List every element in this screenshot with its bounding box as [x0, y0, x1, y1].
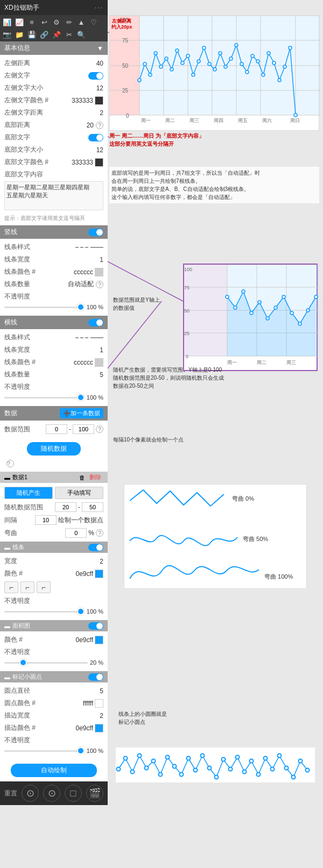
bottom-text-content-input[interactable]: 星期一星期二星期三星期四星期 五星期六星期天 [4, 181, 103, 210]
gridlines-count-help[interactable]: ? [96, 281, 103, 288]
data1-trash-icon[interactable]: 🗑 [79, 474, 85, 481]
more-icon[interactable]: ··· [95, 4, 103, 11]
app-header: XD拉锯助手 ··· [0, 0, 108, 15]
random-data-button[interactable]: 随机数据 [27, 442, 81, 456]
hlines-header[interactable]: 横线 [0, 316, 108, 329]
toolbar-undo[interactable]: ↩ [38, 16, 50, 28]
bottom-frame-btn[interactable]: □ [65, 785, 82, 802]
svg-text:周二: 周二 [257, 360, 266, 365]
top-chart: 0 25 50 75 100 周一 周二 周三 周四 周五 周六 周日 [109, 15, 319, 131]
toolbar-link[interactable]: 🔗 [38, 29, 50, 40]
data1-bend-help[interactable]: ? [96, 529, 103, 537]
gridlines-slider-row: 100 % [4, 302, 103, 312]
bottom-text-toggle[interactable] [88, 134, 103, 141]
line-opacity-slider[interactable] [4, 611, 85, 613]
svg-point-84 [298, 322, 301, 325]
random-data-help[interactable]: ? [6, 460, 14, 467]
hlines-opacity-slider[interactable] [4, 397, 85, 399]
bottom-text-color-swatch[interactable] [95, 158, 103, 167]
solid-style-option[interactable] [90, 247, 103, 248]
line-color-swatch[interactable] [95, 570, 103, 578]
toolbar-settings[interactable]: ⚙ [51, 16, 62, 28]
left-text-toggle[interactable] [88, 72, 103, 80]
svg-point-31 [165, 57, 168, 60]
toolbar-pin[interactable]: 📌 [51, 29, 62, 40]
data1-manual-tab[interactable]: 手动填写 [55, 487, 103, 499]
gridlines-opacity-slider[interactable] [4, 307, 85, 308]
fill-label: 面积图 [12, 622, 30, 630]
cap-round-icon[interactable]: ⌐ [20, 581, 34, 593]
svg-point-50 [267, 52, 270, 55]
marker-radius-value: 5 [100, 687, 103, 695]
data-range-max[interactable] [73, 424, 94, 434]
fill-color-swatch[interactable] [95, 636, 103, 644]
data1-tabs: 随机产生 手动填写 [4, 485, 103, 501]
add-data-button[interactable]: ➕加一条数据 [60, 408, 103, 418]
svg-point-86 [314, 295, 318, 298]
left-text-size-label: 左侧文字大小 [4, 83, 43, 93]
svg-text:周五: 周五 [238, 118, 248, 123]
bottom-distance-label: 底部距离 [4, 120, 30, 130]
data1-bend-input[interactable] [65, 528, 87, 538]
data-range-min[interactable] [46, 424, 67, 434]
gridlines-color-swatch[interactable] [95, 268, 103, 276]
data1-body: 随机产生 手动填写 随机数据范围 - 间隔 绘制一个数据点 弯曲 [0, 483, 108, 542]
fill-toggle[interactable] [88, 622, 103, 630]
data1-interval-input[interactable] [35, 515, 57, 525]
fill-opacity-row: 不透明度 20 % [4, 646, 103, 669]
toolbar-scissors[interactable]: ✂ [63, 29, 75, 40]
reset-label[interactable]: 重置 [4, 789, 17, 798]
toolbar-triangle[interactable]: ▲ [75, 16, 87, 28]
left-text-size-row: 左侧文字大小 12 [4, 82, 103, 94]
marker-color-swatch[interactable] [95, 699, 103, 708]
data1-random-tab[interactable]: 随机产生 [4, 487, 53, 499]
toolbar-search[interactable]: 🔍 [75, 29, 87, 40]
hlines-solid-option[interactable] [90, 337, 103, 338]
cap-square-icon[interactable]: ⌐ [37, 581, 51, 593]
bottom-record-btn[interactable]: ⊙ [22, 785, 39, 802]
data-range-help[interactable]: ? [96, 425, 103, 433]
bottom-play-btn[interactable]: ⊙ [43, 785, 60, 802]
hlines-color-swatch[interactable] [95, 358, 103, 367]
hlines-color-label: 线条颜色 # [4, 358, 36, 367]
svg-point-93 [138, 754, 142, 758]
toolbar-edit[interactable]: ✏ [63, 16, 75, 28]
fill-opacity-slider[interactable] [4, 662, 88, 664]
toolbar-folder[interactable]: 📁 [13, 29, 25, 40]
hlines-toggle[interactable] [88, 319, 103, 326]
svg-text:75: 75 [184, 285, 189, 290]
auto-draw-button[interactable]: 自动绘制 [11, 764, 97, 777]
toolbar-camera[interactable]: 📷 [1, 29, 13, 40]
bottom-distance-help[interactable]: ? [96, 122, 103, 129]
left-text-size-value: 12 [96, 84, 103, 92]
basic-info-header[interactable]: 基本信息 ▼ [0, 41, 108, 55]
toolbar-heart[interactable]: ♡ [88, 16, 100, 28]
gridlines-header[interactable]: 竖线 [0, 225, 108, 239]
marker-toggle[interactable] [88, 673, 103, 681]
left-text-color-swatch[interactable] [95, 96, 103, 105]
data1-random-max[interactable] [82, 502, 103, 512]
svg-text:周三: 周三 [286, 360, 296, 365]
marker-opacity-slider[interactable] [4, 750, 85, 752]
gridlines-style-options [75, 247, 103, 248]
toolbar-line[interactable]: 📈 [13, 16, 25, 28]
data-range-row: 数据范围 - ? [4, 423, 103, 436]
svg-point-112 [271, 767, 275, 771]
data1-random-min[interactable] [55, 502, 76, 512]
marker-stroke-color-row: 描边颜色 # 0e9cff [4, 722, 103, 734]
hlines-dash-option[interactable] [75, 337, 88, 338]
dash-style-option[interactable] [75, 247, 88, 248]
gridlines-toggle[interactable] [88, 229, 103, 236]
line-toggle[interactable] [88, 544, 103, 551]
data1-bend-label: 弯曲 [4, 529, 17, 538]
marker-color-label: 圆点颜色 # [4, 699, 36, 708]
toolbar-list[interactable]: ≡ [26, 16, 38, 28]
bottom-video-btn[interactable]: 🎬 [86, 785, 103, 802]
hlines-style-row: 线条样式 [4, 331, 103, 344]
data1-delete-button[interactable]: 删除 [87, 473, 103, 481]
toolbar-chart[interactable]: 📊 [1, 16, 13, 28]
marker-stroke-color-swatch[interactable] [95, 724, 103, 732]
cap-flat-icon[interactable]: ⌐ [4, 581, 18, 593]
toolbar-save[interactable]: 💾 [26, 29, 38, 40]
svg-point-117 [306, 769, 310, 772]
